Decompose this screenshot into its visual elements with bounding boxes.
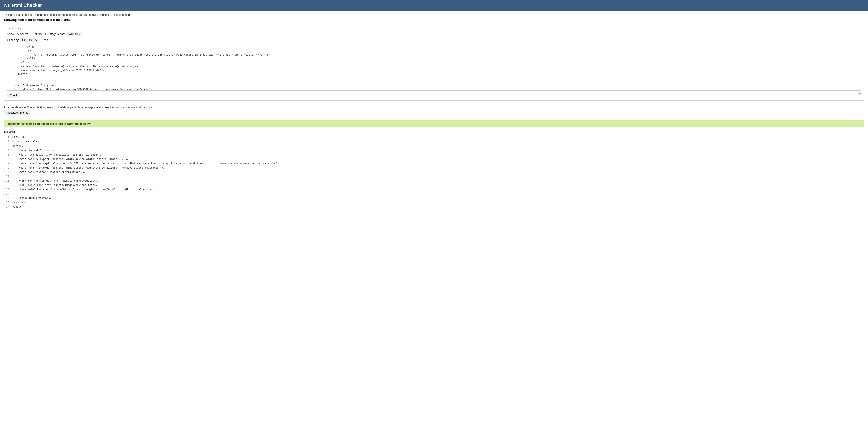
outline-label: outline	[35, 32, 43, 36]
line-number: 2.	[4, 139, 11, 144]
line-content: <link rel="icon" href="assets/images/fav…	[12, 183, 97, 187]
table-row: 6. <meta name="viewport" content="width=…	[4, 157, 864, 161]
table-row: 12. <link rel="icon" href="assets/images…	[4, 183, 864, 187]
line-content: <meta name="author" content="Faris Dhoot…	[12, 170, 85, 174]
line-content: <!DOCTYPE html>↵	[12, 135, 37, 139]
line-number: 10.	[4, 174, 11, 179]
table-row: 1.<!DOCTYPE html>↵	[4, 135, 864, 139]
main-content: This tool is an ongoing experiment in be…	[0, 11, 868, 212]
table-row: 11. <link rel="stylesheet" href="assets/…	[4, 179, 864, 183]
source-section: Source 1.<!DOCTYPE html>↵2.<html lang="e…	[4, 130, 864, 209]
success-banner: Document checking completed. No errors o…	[4, 120, 864, 127]
line-content: <meta charset="UTF-8">↵	[12, 148, 54, 152]
outline-checkbox-label[interactable]: outline	[31, 32, 43, 36]
css-checkbox-label[interactable]: css	[40, 38, 48, 41]
line-content: <link rel="stylesheet" href="assets/css/…	[12, 179, 99, 183]
line-content: <link rel="stylesheet" href="https://fon…	[12, 187, 152, 192]
line-number: 5.	[4, 153, 11, 157]
source-title: Source	[4, 130, 864, 134]
source-checkbox[interactable]	[17, 33, 20, 35]
line-number: 9.	[4, 170, 11, 174]
table-row: 13. <link rel="stylesheet" href="https:/…	[4, 187, 864, 192]
image-report-checkbox[interactable]	[45, 33, 48, 35]
table-row: 7. <meta name="description" content="MIN…	[4, 161, 864, 166]
line-content: <meta http-equiv="X-UA-Compatible" conte…	[12, 153, 102, 157]
line-content: <html lang="en">↵	[12, 139, 38, 144]
source-label: source	[20, 32, 29, 36]
line-content: <meta name="description" content="MINDX …	[12, 161, 280, 166]
line-number: 11.	[4, 179, 11, 183]
line-number: 3.	[4, 144, 11, 148]
subtitle-text: This tool is an ongoing experiment in be…	[4, 13, 864, 17]
image-report-checkbox-label[interactable]: image report	[45, 32, 65, 36]
table-row: 4. <meta charset="UTF-8">↵	[4, 148, 864, 152]
source-code-block: 1.<!DOCTYPE html>↵2.<html lang="en">↵3.<…	[4, 135, 864, 209]
line-number: 7.	[4, 161, 11, 166]
line-number: 16.	[4, 200, 11, 205]
refresh-icon[interactable]: ⟳	[858, 91, 861, 96]
check-by-row: Check by text input file upload address …	[7, 38, 861, 42]
message-filtering-description: Use the Message Filtering button below t…	[4, 106, 864, 109]
showing-results-text: Showing results for contents of text-inp…	[4, 18, 864, 22]
outline-checkbox[interactable]	[31, 33, 34, 35]
line-number: 14.	[4, 192, 11, 196]
line-number: 12.	[4, 183, 11, 187]
code-textarea[interactable]: </li> <li> <a href="https://twitter.com"…	[7, 44, 861, 91]
check-by-select[interactable]: text input file upload address	[20, 38, 38, 42]
check-button[interactable]: Check	[7, 93, 21, 98]
table-row: 9. <meta name="author" content="Faris Dh…	[4, 170, 864, 174]
checker-input-section: Checker Input Show source outline image …	[4, 24, 864, 100]
line-number: 15.	[4, 196, 11, 200]
message-filtering-button[interactable]: Message Filtering	[4, 110, 31, 115]
line-number: 1.	[4, 135, 11, 139]
line-content: <title>MINDX</title>↵	[12, 196, 51, 200]
table-row: 8. <meta name="keywords" content="mindfu…	[4, 166, 864, 170]
show-options-row: Show source outline image report Options…	[7, 32, 861, 36]
line-content: </head>↵	[12, 200, 25, 205]
show-label: Show	[7, 32, 14, 36]
table-row: 3.<head>↵	[4, 144, 864, 148]
code-textarea-wrapper: </li> <li> <a href="https://twitter.com"…	[7, 44, 861, 91]
line-content: ↵	[12, 174, 14, 179]
line-content: <head>↵	[12, 144, 23, 148]
image-report-label: image report	[49, 32, 65, 36]
line-number: 13.	[4, 187, 11, 192]
line-number: 6.	[4, 157, 11, 161]
app-title: Nu Html Checker	[4, 3, 42, 8]
source-checkbox-label[interactable]: source	[17, 32, 29, 36]
page-header: Nu Html Checker	[0, 0, 868, 11]
table-row: 15. <title>MINDX</title>↵	[4, 196, 864, 200]
line-number: 8.	[4, 166, 11, 170]
table-row: 10.↵	[4, 174, 864, 179]
table-row: 14.↵	[4, 192, 864, 196]
css-checkbox[interactable]	[40, 38, 43, 41]
line-content: <meta name="keywords" content="mindfulne…	[12, 166, 165, 170]
table-row: 2.<html lang="en">↵	[4, 139, 864, 144]
table-row: 17.<body>↵	[4, 205, 864, 209]
line-number: 17.	[4, 205, 11, 209]
check-by-label: Check by	[7, 38, 19, 41]
line-number: 4.	[4, 148, 11, 152]
table-row: 16.</head>↵	[4, 200, 864, 205]
css-label: css	[44, 38, 48, 41]
success-text: Document checking completed. No errors o…	[8, 122, 91, 125]
checker-input-label: Checker Input	[7, 27, 861, 30]
message-filtering-section: Use the Message Filtering button below t…	[4, 104, 864, 117]
table-row: 5. <meta http-equiv="X-UA-Compatible" co…	[4, 153, 864, 157]
line-content: <meta name="viewport" content="width=dev…	[12, 157, 128, 161]
line-content: <body>↵	[12, 205, 23, 209]
line-content: ↵	[12, 192, 14, 196]
options-button[interactable]: Options...	[67, 32, 82, 36]
